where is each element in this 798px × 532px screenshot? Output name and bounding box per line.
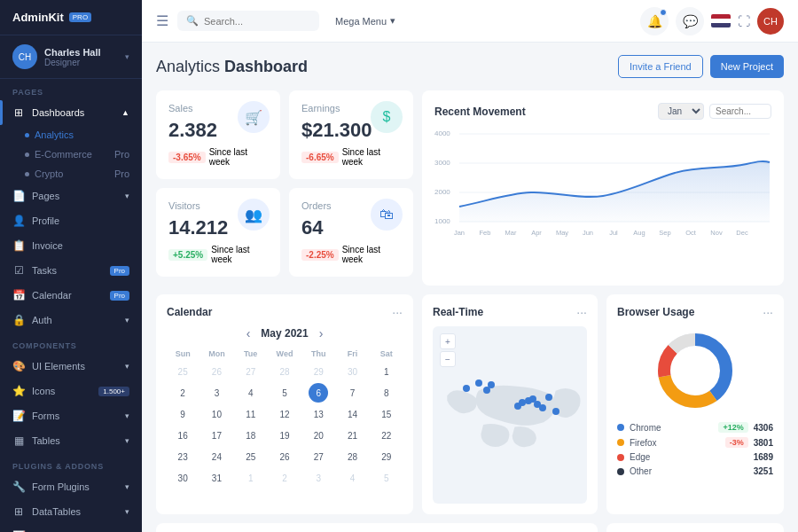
realtime-dots-btn[interactable]: ··· [576,305,587,319]
ui-arrow-icon: ▾ [125,362,129,371]
calendar-day[interactable]: 3 [309,468,328,488]
visitors-change-label: Since last week [211,245,268,264]
page-content: Analytics Dashboard Invite a Friend New … [142,43,798,532]
search-box[interactable]: 🔍 [177,11,319,31]
fullscreen-btn[interactable]: ⛶ [738,14,750,28]
calendar-day[interactable]: 26 [207,362,226,381]
forms-icon: 📝 [12,410,25,422]
calendar-day[interactable]: 1 [377,362,396,381]
chart-search-input[interactable] [709,104,771,119]
sidebar-item-datatables[interactable]: ⊞ DataTables ▾ [0,499,142,524]
calendar-title: Calendar [167,306,212,318]
calendar-day[interactable]: 27 [309,447,328,466]
calendar-day[interactable]: 30 [343,362,363,381]
calendar-day[interactable]: 22 [377,426,396,445]
browser-dots-btn[interactable]: ··· [763,305,773,319]
calendar-day[interactable]: 29 [377,447,396,466]
cal-day-header: Sat [371,348,403,360]
calendar-day[interactable]: 19 [275,426,294,445]
hamburger-icon[interactable]: ☰ [156,12,168,29]
invite-friend-button[interactable]: Invite a Friend [618,55,703,78]
calendar-day[interactable]: 31 [207,468,226,488]
sidebar-item-dashboards[interactable]: ⊞ Dashboards ▲ [0,100,142,125]
calendar-day[interactable]: 25 [241,447,261,466]
calendar-day[interactable]: 2 [275,468,294,488]
calendar-day[interactable]: 10 [207,404,226,424]
sidebar-item-tasks[interactable]: ☑ Tasks Pro [0,258,142,283]
calendar-day[interactable]: 28 [343,447,363,466]
map-zoom-out-btn[interactable]: − [440,351,456,367]
search-input[interactable] [204,16,301,27]
calendar-day[interactable]: 1 [241,468,261,488]
browser-name: Other [630,466,748,476]
sidebar-item-icons[interactable]: ⭐ Icons 1.500+ [0,379,142,403]
new-project-button[interactable]: New Project [710,55,784,78]
recent-movement-card: Recent Movement JanFebMar 4000 3000 2000 [422,90,784,286]
chart-filter[interactable]: JanFebMar [658,103,771,120]
sidebar-item-invoice[interactable]: 📋 Invoice [0,233,142,258]
calendar-day[interactable]: 21 [343,426,363,445]
megamenu-btn[interactable]: Mega Menu ▾ [328,12,403,30]
user-chevron-icon: ▾ [125,52,129,61]
calendar-day[interactable]: 9 [173,404,192,424]
sidebar-item-forms[interactable]: 📝 Forms ▾ [0,403,142,428]
sidebar-item-profile[interactable]: 👤 Profile [0,208,142,233]
calendar-day[interactable]: 15 [377,404,396,424]
calendar-day[interactable]: 16 [173,426,192,445]
chart-filter-select[interactable]: JanFebMar [658,103,704,120]
sidebar-item-calendar[interactable]: 📅 Calendar Pro [0,283,142,308]
language-flag[interactable] [711,14,731,27]
calendar-day[interactable]: 29 [309,362,328,381]
browser-count: 1689 [754,452,773,462]
sidebar-sub-crypto[interactable]: Crypto Pro [0,164,142,184]
calendar-day[interactable]: 26 [275,447,294,466]
calendar-day[interactable]: 17 [207,426,226,445]
svg-text:Jan: Jan [454,229,465,237]
chat-btn[interactable]: 💬 [676,7,704,35]
cal-day-header: Mon [200,348,232,360]
calendar-day[interactable]: 25 [173,362,192,381]
calendar-day[interactable]: 4 [343,468,363,488]
sidebar-sub-analytics[interactable]: Analytics [0,125,142,145]
calendar-day[interactable]: 5 [377,468,396,488]
sidebar-label-datatables: DataTables [32,506,81,517]
calendar-day[interactable]: 20 [309,426,328,445]
sidebar-item-ui-elements[interactable]: 🎨 UI Elements ▾ [0,354,142,379]
calendar-prev-btn[interactable]: ‹ [246,326,251,340]
sidebar-label-profile: Profile [32,215,59,226]
calendar-day[interactable]: 12 [275,404,294,424]
sidebar-item-tables[interactable]: ▦ Tables ▾ [0,428,142,453]
browser-list: Chrome +12% 4306 Firefox -3% 3801 Edge 1… [617,422,773,476]
user-avatar-btn[interactable]: CH [757,8,784,35]
map-zoom-in-btn[interactable]: + [440,333,456,349]
calendar-day[interactable]: 6 [309,383,328,403]
sidebar-item-pages[interactable]: 📄 Pages ▾ [0,184,142,208]
sidebar-item-charts[interactable]: 📈 Charts ▾ [0,524,142,532]
calendar-day[interactable]: 7 [343,383,363,403]
calendar-day[interactable]: 5 [275,383,294,403]
sidebar-sub-label-ecommerce: E-Commerce [35,149,92,160]
svg-text:Aug: Aug [633,229,645,237]
calendar-day[interactable]: 2 [173,383,192,403]
calendar-day[interactable]: 8 [377,383,396,403]
calendar-next-btn[interactable]: › [319,326,324,340]
calendar-day[interactable]: 18 [241,426,261,445]
notifications-btn[interactable]: 🔔 [640,7,669,35]
calendar-day[interactable]: 24 [207,447,226,466]
sidebar-item-form-plugins[interactable]: 🔧 Form Plugins ▾ [0,474,142,499]
calendar-day[interactable]: 30 [173,468,192,488]
calendar-day[interactable]: 3 [207,383,226,403]
svg-text:Feb: Feb [480,229,491,237]
calendar-day[interactable]: 23 [173,447,192,466]
calendar-dots-btn[interactable]: ··· [392,305,403,319]
calendar-day[interactable]: 13 [309,404,328,424]
calendar-day[interactable]: 14 [343,404,363,424]
calendar-day[interactable]: 4 [241,383,261,403]
calendar-day[interactable]: 27 [241,362,261,381]
sidebar-item-auth[interactable]: 🔒 Auth ▾ [0,308,142,332]
calendar-day[interactable]: 28 [275,362,294,381]
sidebar-user[interactable]: CH Charles Hall Designer ▾ [0,35,142,79]
sidebar-sub-ecommerce[interactable]: E-Commerce Pro [0,145,142,164]
map-dots-layer [433,326,587,504]
calendar-day[interactable]: 11 [241,404,261,424]
